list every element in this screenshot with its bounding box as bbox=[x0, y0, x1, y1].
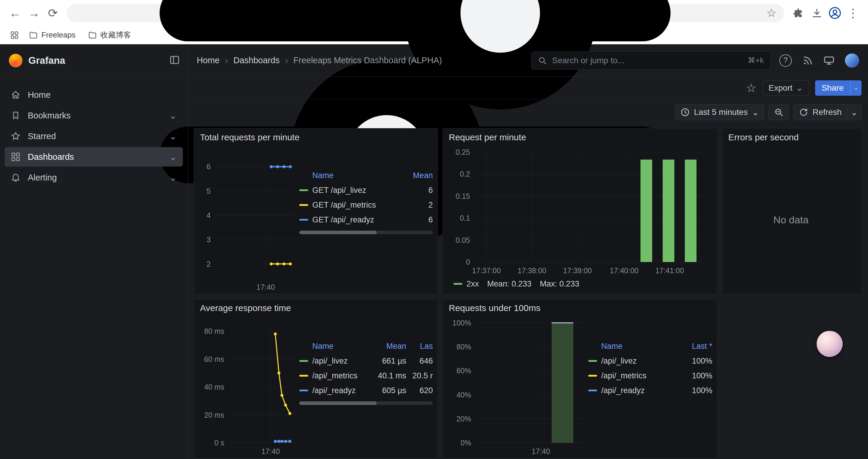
legend-row[interactable]: GET /api/_livez6 bbox=[299, 183, 433, 198]
legend-series-name[interactable]: GET /api/_livez bbox=[299, 186, 400, 195]
share-menu-caret[interactable]: ⌄ bbox=[850, 80, 862, 96]
legend-series-name[interactable]: GET /api/_metrics bbox=[299, 201, 400, 210]
header-main: Home › Dashboards › Freeleaps Metrics Da… bbox=[188, 44, 868, 76]
bookmark-star-icon[interactable]: ☆ bbox=[766, 6, 776, 20]
panel-title: Average response time bbox=[200, 303, 291, 313]
legend-series-name[interactable]: /api/_readyz bbox=[299, 386, 365, 395]
download-icon[interactable] bbox=[808, 4, 826, 22]
legend-row[interactable]: /api/_livez661 µs646 bbox=[299, 354, 433, 368]
legend-column-header[interactable]: Mean bbox=[400, 171, 433, 180]
sidebar-item-dashboards[interactable]: Dashboards ⌄ bbox=[5, 147, 183, 167]
floating-assistant-avatar[interactable] bbox=[816, 331, 843, 357]
sidebar-collapse-icon[interactable] bbox=[169, 55, 180, 66]
legend-series-name[interactable]: /api/_readyz bbox=[588, 386, 677, 395]
chevron-down-icon[interactable]: ⌄ bbox=[169, 111, 177, 120]
legend-column-header[interactable]: Name bbox=[299, 342, 365, 351]
search-input[interactable] bbox=[552, 56, 743, 66]
url-bar[interactable]: grafana.mathmast.com/d/deytv4rwavabkb/fr… bbox=[67, 4, 784, 22]
browser-profile-icon[interactable] bbox=[827, 5, 843, 21]
grafana-logo[interactable] bbox=[9, 54, 23, 67]
no-data-message: No data bbox=[725, 147, 857, 292]
legend-value: 661 µs bbox=[365, 357, 406, 366]
sidebar-item-bookmarks[interactable]: Bookmarks ⌄ bbox=[5, 106, 183, 125]
sidebar-item-starred[interactable]: Starred ⌄ bbox=[5, 126, 183, 146]
legend-header: NameLast * bbox=[588, 339, 712, 354]
dashboards-grid-icon bbox=[11, 152, 21, 162]
export-button[interactable]: Export ⌄ bbox=[762, 80, 809, 96]
legend-row[interactable]: /api/_livez100% bbox=[588, 354, 712, 368]
legend-header: NameMean bbox=[299, 168, 433, 183]
legend-series-name[interactable]: /api/_metrics bbox=[588, 371, 677, 381]
breadcrumb-home[interactable]: Home bbox=[197, 56, 219, 65]
series-color-swatch bbox=[299, 219, 308, 221]
panel-title-bar[interactable]: Request per minute bbox=[443, 129, 717, 146]
panel-title: Request per minute bbox=[449, 132, 526, 142]
legend-row[interactable]: /api/_metrics100% bbox=[588, 368, 712, 383]
legend-row[interactable]: /api/_readyz100% bbox=[588, 383, 712, 398]
bookmark-folder-blogs[interactable]: 收藏博客 bbox=[83, 28, 136, 42]
header-icons: ? bbox=[779, 54, 859, 68]
legend-table: NameMeanGET /api/_livez6GET /api/_metric… bbox=[299, 168, 433, 292]
legend-scrollbar[interactable] bbox=[299, 401, 433, 405]
legend-row[interactable]: GET /api/_readyz6 bbox=[299, 212, 433, 227]
legend-scrollbar[interactable] bbox=[299, 231, 433, 234]
sidebar-item-home[interactable]: Home bbox=[5, 85, 183, 104]
search-box[interactable]: ⌘+k bbox=[531, 52, 771, 70]
time-range-picker[interactable]: Last 5 minutes ⌄ bbox=[675, 104, 765, 120]
sidebar-item-alerting[interactable]: Alerting ⌄ bbox=[5, 168, 183, 187]
panel-title-bar[interactable]: Average response time bbox=[194, 299, 438, 317]
legend-series-name[interactable]: /api/_livez bbox=[299, 357, 365, 366]
legend-column-header[interactable]: Name bbox=[588, 342, 677, 351]
panel-title-bar[interactable]: Total requests per minute bbox=[194, 129, 438, 146]
legend-column-header[interactable]: Name bbox=[299, 171, 400, 180]
reload-button[interactable]: ⟳ bbox=[44, 4, 61, 22]
back-button[interactable]: ← bbox=[6, 4, 24, 22]
timeseries-chart[interactable]: 80 ms60 ms40 ms20 ms0 s17:40 bbox=[196, 318, 299, 456]
legend-series-name[interactable]: /api/_metrics bbox=[299, 371, 365, 381]
breadcrumb-dashboards[interactable]: Dashboards bbox=[234, 56, 279, 65]
refresh-interval-caret[interactable]: ⌄ bbox=[847, 104, 862, 120]
monitor-icon[interactable] bbox=[824, 55, 834, 66]
user-avatar[interactable] bbox=[845, 54, 859, 68]
panel-title-bar[interactable]: Errors per second bbox=[722, 129, 862, 146]
app-body: Home Bookmarks ⌄ Starred ⌄ Dashboards ⌄ … bbox=[0, 77, 868, 459]
svg-text:6: 6 bbox=[207, 162, 211, 171]
legend-value: 6 bbox=[400, 215, 433, 225]
bookmark-folder-freeleaps[interactable]: Freeleaps bbox=[24, 29, 80, 41]
apps-grid-icon[interactable] bbox=[8, 28, 21, 42]
panel-title-bar[interactable]: Requests under 100ms bbox=[443, 299, 717, 317]
legend-row[interactable]: GET /api/_metrics2 bbox=[299, 198, 433, 212]
sidebar-item-label: Home bbox=[28, 90, 51, 100]
bar-chart[interactable]: 00.050.10.150.20.2517:37:0017:38:0017:39… bbox=[445, 147, 712, 275]
help-icon[interactable]: ? bbox=[779, 54, 792, 67]
extensions-icon[interactable] bbox=[789, 4, 807, 22]
legend-column-header[interactable]: Las bbox=[406, 342, 433, 351]
legend-series-name[interactable]: /api/_livez bbox=[588, 357, 677, 366]
legend-series-name[interactable]: GET /api/_readyz bbox=[299, 215, 400, 225]
series-name[interactable]: 2xx bbox=[466, 280, 479, 289]
zoom-out-button[interactable] bbox=[769, 104, 789, 120]
legend-line[interactable]: 2xx Mean: 0.233 Max: 0.233 bbox=[445, 275, 712, 292]
svg-text:0%: 0% bbox=[461, 438, 471, 447]
chevron-down-icon: ⌄ bbox=[796, 83, 803, 93]
bar-chart[interactable]: 100%80%60%40%20%0%17:40 bbox=[445, 318, 588, 456]
legend-column-header[interactable]: Mean bbox=[365, 342, 406, 351]
chevron-down-icon[interactable]: ⌄ bbox=[169, 152, 177, 162]
legend-row[interactable]: /api/_readyz605 µs620 bbox=[299, 383, 433, 398]
legend-column-header[interactable]: Last * bbox=[677, 342, 712, 351]
panel-request-per-minute: Request per minute 00.050.10.150.20.2517… bbox=[442, 128, 717, 294]
news-rss-icon[interactable] bbox=[802, 55, 813, 66]
time-range-label: Last 5 minutes bbox=[694, 107, 748, 117]
legend-row[interactable]: /api/_metrics40.1 ms20.5 r bbox=[299, 368, 433, 383]
svg-text:5: 5 bbox=[207, 187, 211, 195]
chevron-down-icon[interactable]: ⌄ bbox=[169, 131, 177, 141]
forward-button[interactable]: → bbox=[25, 4, 42, 22]
favorite-star-icon[interactable]: ☆ bbox=[746, 82, 756, 94]
svg-text:0.1: 0.1 bbox=[460, 214, 470, 222]
refresh-button[interactable]: Refresh bbox=[793, 104, 847, 120]
browser-menu-icon[interactable]: ⋮ bbox=[844, 4, 862, 22]
chevron-down-icon[interactable]: ⌄ bbox=[169, 173, 177, 182]
share-button[interactable]: Share bbox=[815, 80, 850, 96]
home-icon bbox=[11, 90, 21, 100]
timeseries-chart[interactable]: 2345617:40 bbox=[196, 147, 299, 292]
